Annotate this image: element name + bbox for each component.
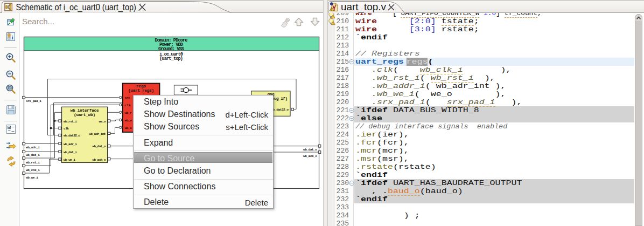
svg-text:srx_pad_i: srx_pad_i bbox=[26, 99, 41, 103]
svg-text:wb_dat_o: wb_dat_o bbox=[93, 145, 106, 148]
svg-text:we_o: we_o bbox=[99, 120, 106, 124]
svg-text:Schematic of i_oc_uart0 (uart_: Schematic of i_oc_uart0 (uart_top) bbox=[16, 2, 136, 12]
svg-text:wb_dat_i: wb_dat_i bbox=[64, 150, 77, 154]
svg-text:wb_interface: wb_interface bbox=[71, 108, 99, 113]
svg-text:wb_dat_i: wb_dat_i bbox=[26, 153, 40, 157]
svg-text:wb_a: wb_a bbox=[125, 126, 132, 130]
svg-text:wb_clk_i: wb_clk_i bbox=[26, 168, 40, 172]
svg-text:wb_rst_i: wb_rst_i bbox=[26, 161, 40, 165]
svg-text:srx_: srx_ bbox=[125, 96, 132, 100]
svg-text:wb_dat_o: wb_dat_o bbox=[303, 148, 317, 152]
svg-text:wb_adr_i: wb_adr_i bbox=[26, 146, 40, 149]
svg-text:wb_we_i: wb_we_i bbox=[26, 176, 38, 180]
svg-text:(uart_wb): (uart_wb) bbox=[74, 113, 95, 117]
svg-text:wb_rst_i: wb_rst_i bbox=[64, 120, 77, 124]
svg-text:clk: clk bbox=[64, 127, 69, 131]
svg-text:wb_we_i: wb_we_i bbox=[64, 158, 75, 162]
svg-text:b_dat32_o: b_dat32_o bbox=[273, 108, 289, 112]
svg-text:uart_top.v: uart_top.v bbox=[341, 1, 387, 12]
svg-text:wb_adr_i: wb_adr_i bbox=[64, 142, 77, 146]
svg-text:clk: clk bbox=[125, 104, 131, 107]
svg-text:wb_ack_o: wb_ack_o bbox=[93, 158, 106, 162]
svg-text:(uart_top): (uart_top) bbox=[159, 56, 183, 61]
svg-text:wb_r: wb_r bbox=[125, 111, 132, 115]
svg-text:wb_adr_int: wb_adr_int bbox=[89, 132, 106, 136]
svg-text:wb_w: wb_w bbox=[125, 119, 132, 122]
svg-text:regs: regs bbox=[136, 84, 146, 88]
svg-text:wb_dat32_o: wb_dat32_o bbox=[64, 134, 80, 138]
svg-text:(uart_regs): (uart_regs) bbox=[128, 88, 154, 93]
svg-text:wb_ack_o: wb_ack_o bbox=[303, 154, 317, 158]
svg-text:i: i bbox=[11, 34, 13, 40]
